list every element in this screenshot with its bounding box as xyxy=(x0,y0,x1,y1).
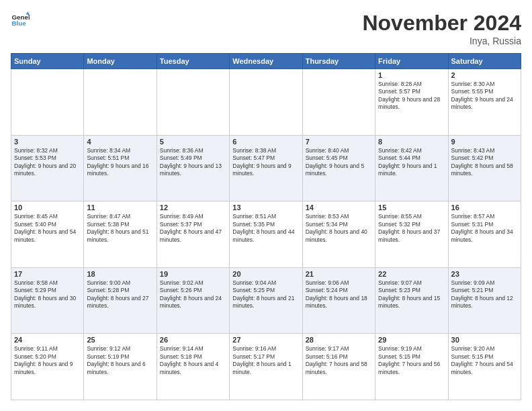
table-row: 29Sunrise: 9:19 AM Sunset: 5:15 PM Dayli… xyxy=(375,334,448,400)
table-row: 3Sunrise: 8:32 AM Sunset: 5:53 PM Daylig… xyxy=(11,135,84,201)
location: Inya, Russia xyxy=(362,36,521,46)
col-header-monday: Monday xyxy=(84,54,157,69)
table-row: 11Sunrise: 8:47 AM Sunset: 5:38 PM Dayli… xyxy=(84,201,157,268)
table-row: 8Sunrise: 8:42 AM Sunset: 5:44 PM Daylig… xyxy=(375,135,448,201)
table-row: 26Sunrise: 9:14 AM Sunset: 5:18 PM Dayli… xyxy=(157,334,229,400)
table-row: 30Sunrise: 9:20 AM Sunset: 5:15 PM Dayli… xyxy=(448,334,521,400)
svg-text:Blue: Blue xyxy=(11,19,26,27)
table-row: 21Sunrise: 9:06 AM Sunset: 5:24 PM Dayli… xyxy=(302,267,375,334)
col-header-friday: Friday xyxy=(375,54,448,69)
logo-icon: General Blue xyxy=(11,11,30,30)
logo: General Blue xyxy=(11,11,30,30)
table-row: 18Sunrise: 9:00 AM Sunset: 5:28 PM Dayli… xyxy=(84,267,157,334)
month-title: November 2024 xyxy=(362,11,521,36)
table-row: 16Sunrise: 8:57 AM Sunset: 5:31 PM Dayli… xyxy=(448,201,521,268)
table-row: 2Sunrise: 8:30 AM Sunset: 5:55 PM Daylig… xyxy=(448,69,521,136)
table-row: 15Sunrise: 8:55 AM Sunset: 5:32 PM Dayli… xyxy=(375,201,448,268)
table-row: 10Sunrise: 8:45 AM Sunset: 5:40 PM Dayli… xyxy=(11,201,84,268)
table-row: 4Sunrise: 8:34 AM Sunset: 5:51 PM Daylig… xyxy=(84,135,157,201)
table-row xyxy=(11,69,84,136)
table-row xyxy=(84,69,157,136)
page-header: General Blue November 2024 Inya, Russia xyxy=(11,11,521,46)
table-row: 14Sunrise: 8:53 AM Sunset: 5:34 PM Dayli… xyxy=(302,201,375,268)
calendar-table: Sunday Monday Tuesday Wednesday Thursday… xyxy=(11,53,521,400)
table-row: 20Sunrise: 9:04 AM Sunset: 5:25 PM Dayli… xyxy=(230,267,302,334)
col-header-thursday: Thursday xyxy=(302,54,375,69)
col-header-wednesday: Wednesday xyxy=(230,54,302,69)
table-row xyxy=(157,69,229,136)
table-row: 28Sunrise: 9:17 AM Sunset: 5:16 PM Dayli… xyxy=(302,334,375,400)
table-row: 23Sunrise: 9:09 AM Sunset: 5:21 PM Dayli… xyxy=(448,267,521,334)
table-row: 27Sunrise: 9:16 AM Sunset: 5:17 PM Dayli… xyxy=(230,334,302,400)
table-row: 6Sunrise: 8:38 AM Sunset: 5:47 PM Daylig… xyxy=(230,135,302,201)
table-row: 13Sunrise: 8:51 AM Sunset: 5:35 PM Dayli… xyxy=(230,201,302,268)
title-block: November 2024 Inya, Russia xyxy=(362,11,521,46)
table-row: 12Sunrise: 8:49 AM Sunset: 5:37 PM Dayli… xyxy=(157,201,229,268)
table-row: 24Sunrise: 9:11 AM Sunset: 5:20 PM Dayli… xyxy=(11,334,84,400)
col-header-saturday: Saturday xyxy=(448,54,521,69)
table-row: 25Sunrise: 9:12 AM Sunset: 5:19 PM Dayli… xyxy=(84,334,157,400)
table-row: 17Sunrise: 8:58 AM Sunset: 5:29 PM Dayli… xyxy=(11,267,84,334)
table-row: 9Sunrise: 8:43 AM Sunset: 5:42 PM Daylig… xyxy=(448,135,521,201)
table-row: 1Sunrise: 8:28 AM Sunset: 5:57 PM Daylig… xyxy=(375,69,448,136)
table-row: 7Sunrise: 8:40 AM Sunset: 5:45 PM Daylig… xyxy=(302,135,375,201)
table-row: 19Sunrise: 9:02 AM Sunset: 5:26 PM Dayli… xyxy=(157,267,229,334)
table-row: 22Sunrise: 9:07 AM Sunset: 5:23 PM Dayli… xyxy=(375,267,448,334)
table-row xyxy=(230,69,302,136)
table-row xyxy=(302,69,375,136)
table-row: 5Sunrise: 8:36 AM Sunset: 5:49 PM Daylig… xyxy=(157,135,229,201)
col-header-tuesday: Tuesday xyxy=(157,54,229,69)
col-header-sunday: Sunday xyxy=(11,54,84,69)
